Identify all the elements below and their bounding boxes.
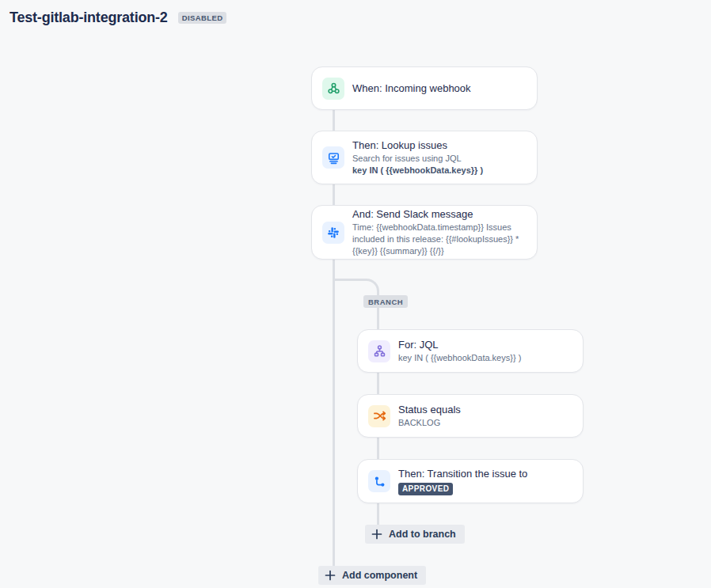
node-send-slack-message[interactable]: And: Send Slack message Time: {{webhookD… [311,205,538,260]
branch-hierarchy-icon [368,340,390,362]
add-to-branch-label: Add to branch [389,528,456,541]
add-component-label: Add component [342,569,417,582]
node-description: Search for issues using JQL [352,153,483,165]
node-lookup-issues[interactable]: Then: Lookup issues Search for issues us… [311,131,538,184]
plus-icon [325,570,336,581]
node-description: Time: {{webhookData.timestamp}} Issues i… [352,222,526,257]
branch-label: BRANCH [363,295,408,308]
node-condition-status-equals[interactable]: Status equals BACKLOG [357,394,584,438]
transition-icon [368,470,390,492]
node-status-value: BACKLOG [398,417,461,429]
webhook-icon [322,78,344,100]
slack-icon [322,222,344,244]
add-component-button[interactable]: Add component [318,566,426,585]
node-trigger-incoming-webhook[interactable]: When: Incoming webhook [311,66,538,110]
node-title: Then: Lookup issues [352,138,483,153]
transition-target-badge: APPROVED [398,483,453,496]
node-title: For: JQL [398,338,521,352]
plus-icon [371,529,382,540]
lookup-issues-icon [322,146,344,169]
status-badge: DISABLED [178,12,227,24]
node-title: Status equals [398,403,461,417]
node-title: Then: Transition the issue to [398,467,527,481]
node-title: When: Incoming webhook [352,82,471,96]
node-transition-issue[interactable]: Then: Transition the issue to APPROVED [357,459,584,503]
add-to-branch-button[interactable]: Add to branch [365,525,465,544]
shuffle-icon [368,405,390,427]
rule-header: Test-gitlab-integration-2 DISABLED [10,9,226,26]
node-title: And: Send Slack message [352,207,526,222]
node-jql-value: key IN ( {{webhookData.keys}} ) [352,165,483,176]
node-branch-for-jql[interactable]: For: JQL key IN ( {{webhookData.keys}} ) [357,329,584,373]
node-jql-value: key IN ( {{webhookData.keys}} ) [398,352,521,364]
page-title: Test-gitlab-integration-2 [10,9,168,26]
